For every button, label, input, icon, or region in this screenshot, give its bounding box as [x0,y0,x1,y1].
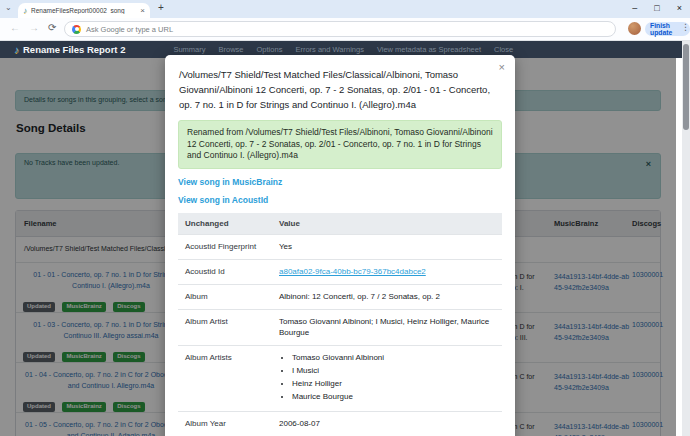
metadata-row: Acoustid Id a80afa02-9fca-40bb-bc79-367b… [178,259,502,284]
musicbrainz-song-link[interactable]: View song in MusicBrainz [178,177,502,187]
nav-item-view-metadata[interactable]: View metadata as Spreadsheet [377,45,481,54]
chevron-down-icon[interactable]: ⌄ [5,3,12,12]
field-label: Acoustid Id [178,259,272,284]
browser-menu-kebab-icon[interactable]: ⋮ [681,22,690,32]
window-close-button[interactable]: × [677,1,682,15]
tab-title: RenameFilesReport00002_song [31,7,136,14]
page-viewport: ♪ Rename Files Report 2 Summary Browse O… [0,41,690,436]
metadata-table: Unchanged Value Acoustid Fingerprint Yes… [178,213,502,436]
metadata-row: Album Artists Tomaso Giovanni Albinoni I… [178,345,502,411]
acoustid-song-link[interactable]: View song in AcoustId [178,195,502,205]
forward-icon[interactable]: → [29,23,39,33]
nav-item-errors-warnings[interactable]: Errors and Warnings [295,45,364,54]
modal-header: /Volumes/T7 Shield/Test Matched Files/Cl… [165,55,515,116]
back-icon[interactable]: ← [10,23,20,33]
browser-tabstrip: ⌄ ♪ RenameFilesReport00002_song × + – □ … [0,0,690,18]
renamed-alert: Renamed from /Volumes/T7 Shield/Test Fil… [178,120,502,169]
field-label: Acoustid Fingerprint [178,234,272,259]
acoustid-id-link[interactable]: a80afa02-9fca-40bb-bc79-367bc4dabce2 [279,267,426,276]
finish-update-label: Finish update [650,22,685,36]
metadata-row: Album Year 2006-08-07 [178,411,502,436]
refresh-icon[interactable]: ⟳ [48,23,56,33]
app-brand[interactable]: ♪ Rename Files Report 2 [14,44,125,55]
tab-close-icon[interactable]: × [140,7,145,15]
modal-title: /Volumes/T7 Shield/Test Matched Files/Cl… [179,67,501,112]
app-title: Rename Files Report 2 [23,44,125,55]
music-note-logo-icon: ♪ [14,45,19,55]
field-value: Yes [272,234,502,259]
window-controls: – □ × [632,1,682,15]
nav-item-options[interactable]: Options [257,45,283,54]
maximize-button[interactable]: □ [654,1,659,15]
browser-window: ⌄ ♪ RenameFilesReport00002_song × + – □ … [0,0,690,436]
field-value: Albinoni: 12 Concerti, op. 7 / 2 Sonatas… [272,284,502,309]
metadata-header-row: Unchanged Value [178,213,502,235]
list-item: I Musici [292,365,495,376]
nav-item-browse[interactable]: Browse [219,45,244,54]
nav-item-summary[interactable]: Summary [173,45,205,54]
metadata-row: Album Albinoni: 12 Concerti, op. 7 / 2 S… [178,284,502,309]
browser-toolbar: ← → ⟳ Ask Google or type a URL Finish up… [0,18,690,41]
page-scrollbar[interactable] [682,41,690,436]
address-bar[interactable]: Ask Google or type a URL [64,21,616,37]
modal-close-icon[interactable]: × [499,61,505,73]
browser-tab[interactable]: ♪ RenameFilesReport00002_song × [18,3,150,18]
metadata-row: Acoustid Fingerprint Yes [178,234,502,259]
scrollbar-thumb[interactable] [683,44,689,130]
nav-menu: Summary Browse Options Errors and Warnin… [173,45,513,54]
field-label: Album Year [178,411,272,436]
address-placeholder: Ask Google or type a URL [86,25,173,34]
field-value: 2006-08-07 [272,411,502,436]
metadata-row: Album Artist Tomaso Giovanni Albinoni; I… [178,309,502,345]
new-tab-button[interactable]: + [158,2,164,13]
nav-item-close[interactable]: Close [494,45,513,54]
list-item: Maurice Bourgue [292,391,495,402]
column-header-unchanged: Unchanged [178,213,272,235]
list-item: Heinz Holliger [292,378,495,389]
field-value: Tomaso Giovanni Albinoni; I Musici, Hein… [272,309,502,345]
modal-body: Renamed from /Volumes/T7 Shield/Test Fil… [165,116,515,436]
field-value-list: Tomaso Giovanni Albinoni I Musici Heinz … [272,345,502,411]
song-details-modal: /Volumes/T7 Shield/Test Matched Files/Cl… [165,55,515,436]
google-logo-icon [72,25,81,34]
field-label: Album [178,284,272,309]
minimize-button[interactable]: – [632,1,637,15]
column-header-value: Value [272,213,502,235]
field-label: Album Artists [178,345,272,411]
field-label: Album Artist [178,309,272,345]
music-note-favicon-icon: ♪ [23,7,27,15]
profile-avatar[interactable] [628,22,641,35]
list-item: Tomaso Giovanni Albinoni [292,352,495,363]
